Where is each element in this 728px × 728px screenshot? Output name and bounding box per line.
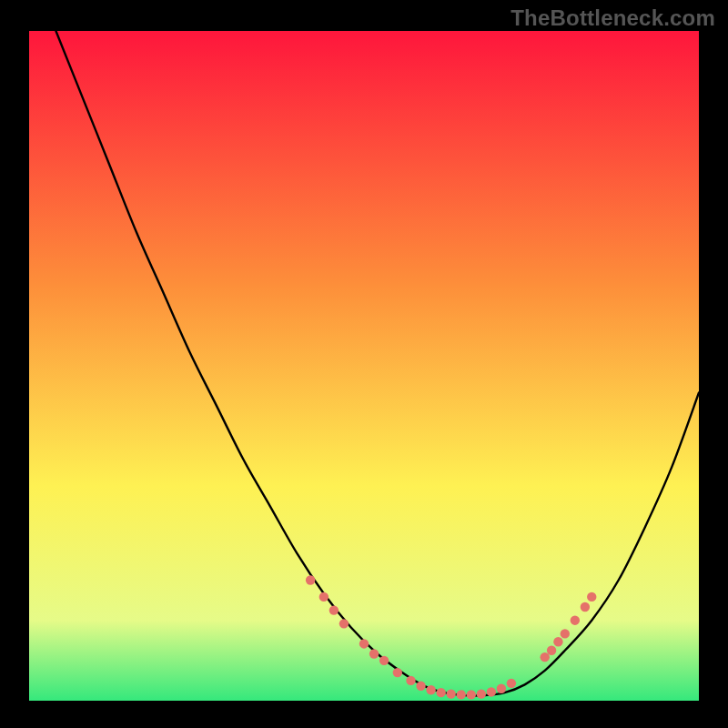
marker-dot — [339, 619, 349, 628]
marker-dot — [446, 689, 455, 698]
marker-dot — [547, 646, 556, 655]
marker-dot — [457, 690, 466, 699]
marker-dot — [426, 685, 435, 694]
gradient-background — [29, 31, 699, 701]
marker-dot — [571, 615, 580, 624]
bottleneck-chart-svg — [29, 31, 699, 701]
marker-dot — [581, 602, 590, 612]
watermark-text: TheBottleneck.com — [511, 5, 715, 31]
marker-dot — [561, 629, 570, 638]
chart-container: TheBottleneck.com — [0, 0, 728, 728]
marker-dot — [467, 690, 476, 699]
marker-dot — [369, 649, 379, 658]
marker-dot — [487, 687, 496, 696]
marker-dot — [393, 668, 402, 677]
marker-dot — [319, 592, 329, 602]
marker-dot — [416, 682, 425, 691]
marker-dot — [507, 679, 516, 688]
marker-dot — [329, 605, 339, 614]
marker-dot — [406, 676, 415, 685]
marker-dot — [587, 592, 596, 602]
marker-dot — [436, 688, 445, 697]
marker-dot — [553, 637, 562, 646]
marker-dot — [497, 684, 506, 693]
marker-dot — [379, 656, 389, 665]
plot-area — [29, 31, 699, 701]
marker-dot — [306, 575, 315, 584]
marker-dot — [359, 639, 369, 648]
marker-dot — [477, 689, 486, 698]
marker-dot — [541, 652, 550, 662]
